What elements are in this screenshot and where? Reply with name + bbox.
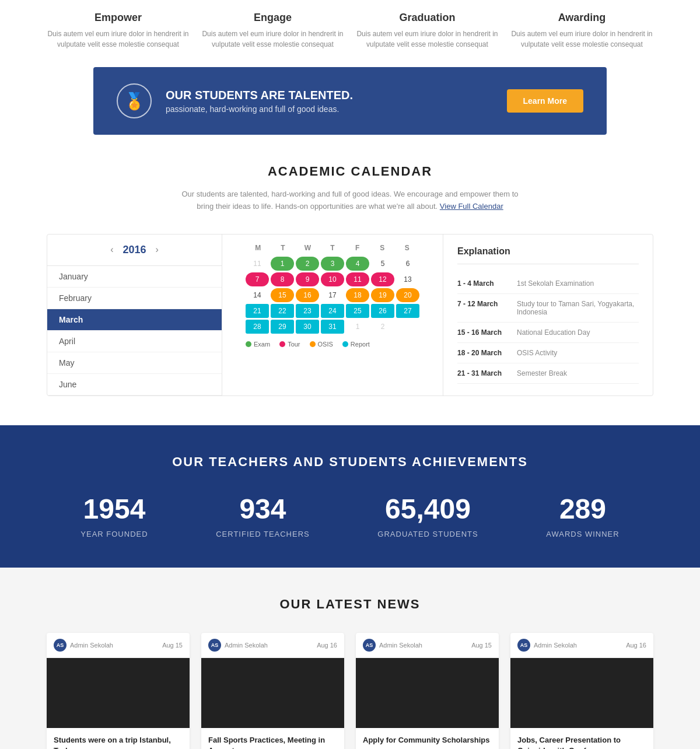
calendar-container: ‹ 2016 › JanuaryFebruaryMarchAprilMayJun…: [47, 234, 653, 396]
cal-cell[interactable]: 1: [271, 257, 294, 271]
cal-cell[interactable]: 19: [371, 288, 394, 302]
explanation-item: 7 - 12 MarchStudy tour to Taman Sari, Yo…: [457, 294, 639, 323]
news-title: Jobs, Career Presentation to Coincide wi…: [517, 735, 646, 749]
cal-cell[interactable]: 24: [321, 304, 344, 318]
news-card[interactable]: AS Admin Sekolah Aug 16 Jobs, Career Pre…: [510, 633, 653, 749]
cal-cell[interactable]: 10: [321, 272, 344, 286]
cal-cell[interactable]: 16: [296, 288, 319, 302]
news-date: Aug 16: [626, 642, 646, 649]
pillar-title: Graduation: [356, 12, 499, 24]
academic-subtitle: Our students are talented, hard-working …: [181, 188, 519, 213]
stat-value: 1954: [80, 493, 148, 525]
news-card[interactable]: AS Admin Sekolah Aug 16 Fall Sports Prac…: [201, 633, 344, 749]
pillar-item: EngageDuis autem vel eum iriure dolor in…: [201, 12, 344, 50]
learn-more-button[interactable]: Learn More: [507, 89, 583, 113]
pillar-desc: Duis autem vel eum iriure dolor in hendr…: [510, 29, 653, 50]
news-card[interactable]: AS Admin Sekolah Aug 15 Apply for Commun…: [356, 633, 499, 749]
exp-date: 1 - 4 March: [457, 279, 510, 288]
stat-value: 934: [216, 493, 310, 525]
stat-item: 934CERTIFIED TEACHERS: [216, 493, 310, 538]
news-meta: AS Admin Sekolah Aug 15: [47, 633, 190, 658]
cal-cell[interactable]: 4: [346, 257, 369, 271]
cal-cell[interactable]: 25: [346, 304, 369, 318]
news-date: Aug 15: [471, 642, 492, 649]
cal-cell[interactable]: 26: [371, 304, 394, 318]
month-item[interactable]: May: [47, 352, 222, 374]
explanation-item: 18 - 20 MarchOSIS Activity: [457, 343, 639, 363]
stat-item: 289AWARDS WINNER: [546, 493, 619, 538]
pillar-desc: Duis autem vel eum iriure dolor in hendr…: [201, 29, 344, 50]
cal-day-header: S: [394, 244, 419, 252]
exp-date: 18 - 20 March: [457, 349, 510, 357]
banner-subtext: passionate, hard-working and full of goo…: [166, 104, 353, 114]
cal-cell[interactable]: 30: [296, 320, 319, 334]
cal-cell[interactable]: 7: [246, 272, 269, 286]
prev-year-button[interactable]: ‹: [110, 244, 113, 255]
cal-cell[interactable]: 2: [371, 320, 394, 334]
cal-cell[interactable]: 18: [346, 288, 369, 302]
stat-label: GRADUATED STUDENTS: [377, 530, 478, 538]
legend-item: Exam: [246, 341, 270, 348]
academic-section-title: ACADEMIC CALENDAR: [47, 164, 653, 179]
exp-date: 7 - 12 March: [457, 300, 510, 308]
author-name: Admin Sekolah: [225, 642, 268, 649]
stat-item: 65,409GRADUATED STUDENTS: [377, 493, 478, 538]
cal-cell[interactable]: 28: [246, 320, 269, 334]
explanation-panel: Explanation 1 - 4 March1st Sekolah Exami…: [443, 235, 653, 396]
exp-desc: National Education Day: [517, 328, 590, 337]
month-item[interactable]: April: [47, 331, 222, 352]
cal-cell[interactable]: 22: [271, 304, 294, 318]
cal-cell[interactable]: 12: [371, 272, 394, 286]
cal-cell[interactable]: 2: [296, 257, 319, 271]
cal-cell[interactable]: 9: [296, 272, 319, 286]
news-meta: AS Admin Sekolah Aug 16: [510, 633, 653, 658]
calendar-year: 2016: [123, 244, 146, 256]
news-date: Aug 15: [162, 642, 183, 649]
cal-cell[interactable]: 11: [246, 257, 269, 271]
legend-item: Tour: [279, 341, 300, 348]
month-item[interactable]: January: [47, 266, 222, 288]
cal-cell[interactable]: 20: [396, 288, 419, 302]
exp-date: 21 - 31 March: [457, 369, 510, 377]
explanation-item: 15 - 16 MarchNational Education Day: [457, 323, 639, 343]
explanation-title: Explanation: [457, 246, 639, 264]
cal-cell[interactable]: 29: [271, 320, 294, 334]
cal-cell: 17: [321, 288, 344, 302]
month-item[interactable]: March: [47, 309, 222, 331]
month-item[interactable]: June: [47, 374, 222, 396]
stat-value: 289: [546, 493, 619, 525]
stat-label: CERTIFIED TEACHERS: [216, 530, 310, 538]
news-image: [201, 658, 344, 728]
academic-calendar-section: ACADEMIC CALENDAR Our students are talen…: [0, 135, 700, 425]
news-meta: AS Admin Sekolah Aug 16: [201, 633, 344, 658]
news-card[interactable]: AS Admin Sekolah Aug 15 Students were on…: [47, 633, 190, 749]
author-avatar: AS: [54, 639, 66, 652]
pillar-desc: Duis autem vel eum iriure dolor in hendr…: [356, 29, 499, 50]
cal-cell[interactable]: 21: [246, 304, 269, 318]
cal-cell[interactable]: 23: [296, 304, 319, 318]
cal-day-header: F: [345, 244, 370, 252]
next-year-button[interactable]: ›: [156, 244, 159, 255]
author-avatar: AS: [517, 639, 530, 652]
author-name: Admin Sekolah: [70, 642, 113, 649]
cal-day-header: S: [370, 244, 395, 252]
cal-cell[interactable]: 15: [271, 288, 294, 302]
banner-heading: OUR STUDENTS ARE TALENTED.: [166, 89, 353, 102]
cal-cell[interactable]: 27: [396, 304, 419, 318]
cal-day-header: T: [271, 244, 296, 252]
calendar-month-list: ‹ 2016 › JanuaryFebruaryMarchAprilMayJun…: [47, 235, 222, 396]
pillar-desc: Duis autem vel eum iriure dolor in hendr…: [47, 29, 190, 50]
cal-cell[interactable]: 1: [346, 320, 369, 334]
cal-cell[interactable]: 8: [271, 272, 294, 286]
explanation-item: 21 - 31 MarchSemester Break: [457, 363, 639, 384]
cal-cell: 6: [396, 257, 419, 271]
pillar-item: EmpowerDuis autem vel eum iriure dolor i…: [47, 12, 190, 50]
cal-cell[interactable]: 11: [346, 272, 369, 286]
pillar-title: Engage: [201, 12, 344, 24]
cal-cell[interactable]: 31: [321, 320, 344, 334]
month-item[interactable]: February: [47, 288, 222, 309]
cal-day-header: T: [320, 244, 345, 252]
view-full-calendar-link[interactable]: View Full Calendar: [440, 202, 503, 211]
exp-desc: 1st Sekolah Examination: [517, 279, 594, 288]
cal-cell[interactable]: 3: [321, 257, 344, 271]
